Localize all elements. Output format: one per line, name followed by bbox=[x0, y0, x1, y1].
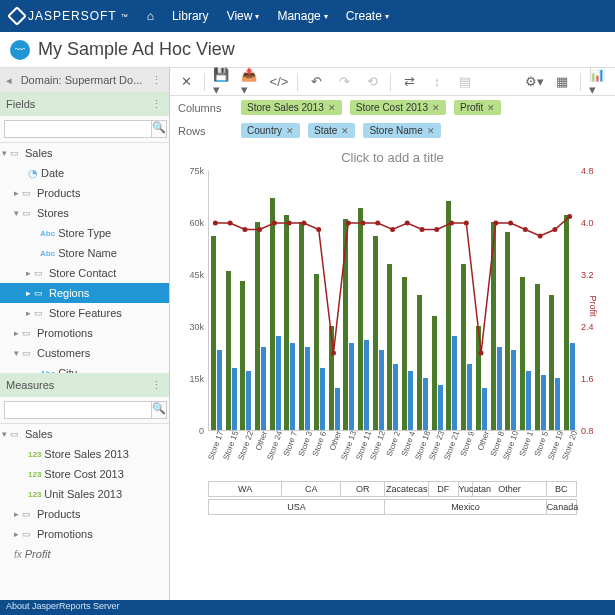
tree-sales[interactable]: ▾▭Sales bbox=[0, 143, 169, 163]
mtree-sales[interactable]: ▾▭Sales bbox=[0, 424, 169, 444]
tree-store-name[interactable]: AbcStore Name bbox=[0, 243, 169, 263]
chart-type-icon[interactable]: 📊▾ bbox=[589, 72, 609, 92]
close-icon[interactable]: ✕ bbox=[176, 72, 196, 92]
filter-icon[interactable]: ▤ bbox=[455, 72, 475, 92]
row-pill[interactable]: Country✕ bbox=[241, 123, 300, 138]
column-pill[interactable]: Profit✕ bbox=[454, 100, 501, 115]
measures-search-input[interactable] bbox=[4, 401, 152, 419]
mtree-promotions[interactable]: ▸▭Promotions bbox=[0, 524, 169, 544]
nav-library[interactable]: Library bbox=[172, 9, 209, 23]
fields-panel-header[interactable]: Fields⋮ bbox=[0, 92, 169, 116]
tree-stores[interactable]: ▾▭Stores bbox=[0, 203, 169, 223]
measures-panel-header[interactable]: Measures⋮ bbox=[0, 373, 169, 397]
export-icon[interactable]: 📤▾ bbox=[241, 72, 261, 92]
page-title: My Sample Ad Hoc View bbox=[38, 39, 235, 60]
tree-city[interactable]: AbcCity bbox=[0, 363, 169, 373]
pivot-icon[interactable]: ⇄ bbox=[399, 72, 419, 92]
column-pill[interactable]: Store Sales 2013✕ bbox=[241, 100, 342, 115]
view-type-icon: 〰 bbox=[10, 40, 30, 60]
y-axis: 015k30k45k60k75k bbox=[180, 171, 206, 431]
tree-customers[interactable]: ▾▭Customers bbox=[0, 343, 169, 363]
mtree-us2013[interactable]: 123Unit Sales 2013 bbox=[0, 484, 169, 504]
domain-panel-header[interactable]: ◂Domain: Supermart Do...⋮ bbox=[0, 68, 169, 92]
chart-title[interactable]: Click to add a title bbox=[180, 150, 605, 165]
logo: JASPERSOFT™ bbox=[10, 9, 129, 23]
tree-store-contact[interactable]: ▸▭Store Contact bbox=[0, 263, 169, 283]
tree-regions[interactable]: ▸▭Regions bbox=[0, 283, 169, 303]
mtree-products[interactable]: ▸▭Products bbox=[0, 504, 169, 524]
mtree-sc2013[interactable]: 123Store Cost 2013 bbox=[0, 464, 169, 484]
mtree-profit[interactable]: fxProfit bbox=[0, 544, 169, 564]
mtree-ss2013[interactable]: 123Store Sales 2013 bbox=[0, 444, 169, 464]
embed-icon[interactable]: </> bbox=[269, 72, 289, 92]
x-axis-group-state: WACAORZacatecasDFYucatanOtherBC bbox=[208, 481, 577, 497]
save-icon[interactable]: 💾▾ bbox=[213, 72, 233, 92]
rows-shelf-label: Rows bbox=[178, 125, 233, 137]
redo-icon[interactable]: ↷ bbox=[334, 72, 354, 92]
footer-about-link[interactable]: About JasperReports Server bbox=[0, 600, 615, 615]
data-icon[interactable]: ▦ bbox=[552, 72, 572, 92]
nav-create[interactable]: Create▾ bbox=[346, 9, 389, 23]
nav-manage[interactable]: Manage▾ bbox=[277, 9, 327, 23]
row-pill[interactable]: State✕ bbox=[308, 123, 355, 138]
search-icon[interactable]: 🔍 bbox=[152, 401, 167, 419]
row-pill[interactable]: Store Name✕ bbox=[363, 123, 440, 138]
tree-store-type[interactable]: AbcStore Type bbox=[0, 223, 169, 243]
tree-promotions[interactable]: ▸▭Promotions bbox=[0, 323, 169, 343]
y2-axis-label: Profit bbox=[587, 295, 597, 316]
x-axis-ticks: Store 17Store 15Store 22OtherStore 24Sto… bbox=[208, 431, 577, 479]
settings-icon[interactable]: ⚙▾ bbox=[524, 72, 544, 92]
tree-date[interactable]: ◔Date bbox=[0, 163, 169, 183]
nav-view[interactable]: View▾ bbox=[227, 9, 260, 23]
undo-icon[interactable]: ↶ bbox=[306, 72, 326, 92]
chart-plot[interactable]: 015k30k45k60k75k 0.81.62.43.24.04.8 Prof… bbox=[208, 171, 577, 431]
bars-container bbox=[208, 171, 577, 431]
x-axis-group-country: USAMexicoCanada bbox=[208, 499, 577, 515]
home-icon[interactable]: ⌂ bbox=[147, 9, 154, 23]
columns-shelf-label: Columns bbox=[178, 102, 233, 114]
reset-icon[interactable]: ⟲ bbox=[362, 72, 382, 92]
column-pill[interactable]: Store Cost 2013✕ bbox=[350, 100, 446, 115]
tree-store-features[interactable]: ▸▭Store Features bbox=[0, 303, 169, 323]
search-icon[interactable]: 🔍 bbox=[152, 120, 167, 138]
fields-search-input[interactable] bbox=[4, 120, 152, 138]
sort-icon[interactable]: ↕ bbox=[427, 72, 447, 92]
tree-products[interactable]: ▸▭Products bbox=[0, 183, 169, 203]
